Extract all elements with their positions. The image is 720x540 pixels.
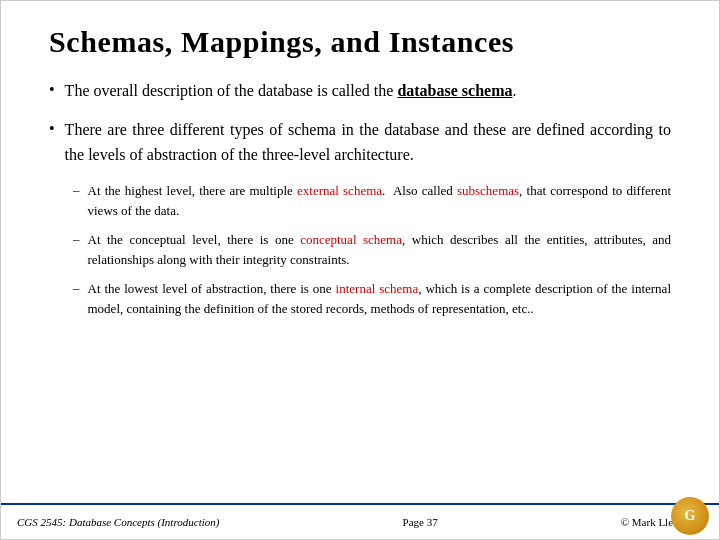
sub-bullets-container: – At the highest level, there are multip… — [73, 181, 671, 318]
sub-bullet-text-1: At the highest level, there are multiple… — [88, 181, 672, 220]
sub-bullet-dash-3: – — [73, 280, 80, 296]
sub-bullet-item-1: – At the highest level, there are multip… — [73, 181, 671, 220]
logo-circle: G — [671, 497, 709, 535]
slide-title: Schemas, Mappings, and Instances — [49, 25, 671, 59]
bullet-text-2: There are three different types of schem… — [65, 118, 671, 168]
highlight-subschemas: subschemas — [457, 183, 519, 198]
sub-bullet-item-2: – At the conceptual level, there is one … — [73, 230, 671, 269]
bullet-text-1: The overall description of the database … — [65, 79, 517, 104]
bullet-dot-1: • — [49, 81, 55, 99]
footer-center: Page 37 — [403, 516, 438, 528]
sub-bullet-item-3: – At the lowest level of abstraction, th… — [73, 279, 671, 318]
footer-left: CGS 2545: Database Concepts (Introductio… — [17, 516, 219, 528]
footer-logo: G — [671, 497, 711, 537]
sub-bullet-dash-2: – — [73, 231, 80, 247]
slide-content: Schemas, Mappings, and Instances • The o… — [1, 1, 719, 503]
bullet-dot-2: • — [49, 120, 55, 138]
slide-container: Schemas, Mappings, and Instances • The o… — [0, 0, 720, 540]
sub-bullet-dash-1: – — [73, 182, 80, 198]
bullet-item-2: • There are three different types of sch… — [49, 118, 671, 168]
highlight-conceptual-schema: conceptual schema — [300, 232, 402, 247]
sub-bullet-text-2: At the conceptual level, there is one co… — [88, 230, 672, 269]
slide-footer: CGS 2545: Database Concepts (Introductio… — [1, 503, 719, 539]
highlight-external-schema: external schema — [297, 183, 382, 198]
highlight-internal-schema: internal schema — [336, 281, 419, 296]
bullet-item-1: • The overall description of the databas… — [49, 79, 671, 104]
sub-bullet-text-3: At the lowest level of abstraction, ther… — [88, 279, 672, 318]
